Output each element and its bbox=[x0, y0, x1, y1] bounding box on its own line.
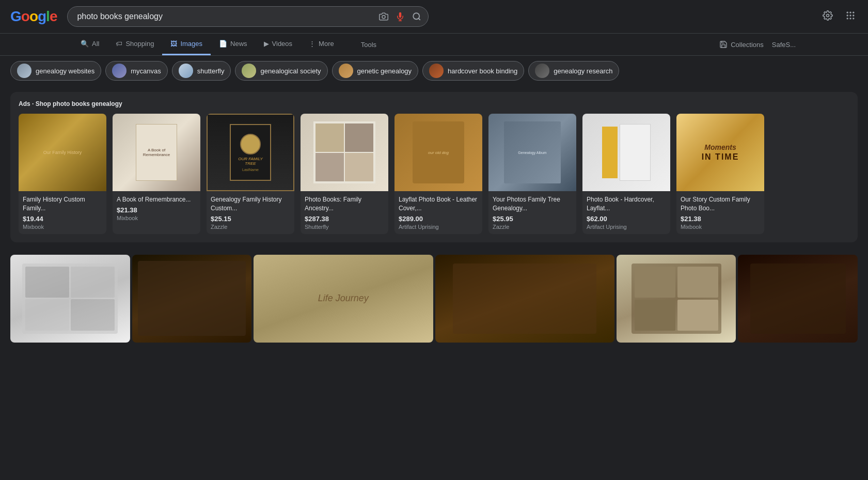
nav-tabs: 🔍 All 🏷 Shopping 🖼 Images 📄 News ▶ Video… bbox=[0, 34, 868, 56]
product-info-3: Genealogy Family History Custom... $25.1… bbox=[207, 191, 294, 234]
chip-genetic-genealogy[interactable]: genetic genealogy bbox=[332, 61, 419, 81]
tab-shopping[interactable]: 🏷 Shopping bbox=[107, 34, 162, 55]
products-grid: Our Family History Family History Custom… bbox=[19, 114, 849, 234]
product-card-2[interactable]: A Book of Remembrance A Book of Remembra… bbox=[113, 114, 200, 234]
product-info-8: Our Story Custom Family Photo Boo... $21… bbox=[676, 191, 764, 234]
safesearch-button[interactable]: SafeS... bbox=[772, 41, 796, 49]
header: Google bbox=[0, 0, 868, 34]
grid-image-1[interactable] bbox=[10, 255, 130, 343]
grid-image-6[interactable] bbox=[738, 255, 858, 343]
tools-button[interactable]: Tools bbox=[353, 35, 385, 55]
chip-thumbnail bbox=[242, 64, 256, 78]
tab-all[interactable]: 🔍 All bbox=[72, 34, 107, 55]
product-card-8[interactable]: Moments IN TIME Our Story Custom Family … bbox=[676, 114, 764, 234]
svg-point-0 bbox=[382, 16, 385, 19]
header-right bbox=[820, 8, 858, 25]
search-bar-wrapper bbox=[67, 6, 429, 27]
chip-thumbnail bbox=[429, 64, 444, 78]
grid-img-placeholder-4 bbox=[435, 255, 614, 343]
product-card-1[interactable]: Our Family History Family History Custom… bbox=[19, 114, 106, 234]
tab-news[interactable]: 📄 News bbox=[211, 34, 256, 55]
svg-point-9 bbox=[847, 14, 848, 16]
shopping-icon: 🏷 bbox=[116, 40, 122, 48]
svg-point-6 bbox=[847, 11, 848, 13]
chip-thumbnail bbox=[17, 64, 31, 78]
product-info-5: Layflat Photo Book - Leather Cover,... $… bbox=[394, 191, 482, 234]
grid-img-placeholder-5 bbox=[617, 255, 736, 343]
images-icon: 🖼 bbox=[170, 40, 177, 48]
grid-img-placeholder-2 bbox=[132, 255, 252, 343]
grid-image-2[interactable] bbox=[132, 255, 252, 343]
svg-point-8 bbox=[853, 11, 854, 13]
chip-genealogical-society[interactable]: genealogical society bbox=[235, 61, 327, 81]
chip-genealogy-research[interactable]: genealogy research bbox=[528, 61, 619, 81]
svg-point-12 bbox=[847, 18, 848, 19]
tab-videos[interactable]: ▶ Videos bbox=[256, 34, 301, 55]
grid-image-4[interactable] bbox=[435, 255, 614, 343]
ads-section: Ads · Shop photo books genealogy Our Fam… bbox=[10, 92, 858, 242]
videos-icon: ▶ bbox=[264, 40, 269, 48]
product-image-3: OUR FAMILYTREE LastName bbox=[207, 114, 294, 191]
chip-thumbnail bbox=[535, 64, 549, 78]
apps-icon[interactable] bbox=[843, 8, 858, 25]
product-image-7 bbox=[582, 114, 670, 191]
product-image-5: our old dog bbox=[394, 114, 482, 191]
more-icon: ⋮ bbox=[309, 40, 315, 48]
tab-images[interactable]: 🖼 Images bbox=[162, 34, 211, 55]
product-info-7: Photo Book - Hardcover, Layflat... $62.0… bbox=[582, 191, 670, 234]
svg-point-10 bbox=[849, 14, 851, 16]
svg-point-3 bbox=[414, 13, 420, 19]
product-card-5[interactable]: our old dog Layflat Photo Book - Leather… bbox=[394, 114, 482, 234]
chip-hardcover-book-binding[interactable]: hardcover book binding bbox=[422, 61, 524, 81]
search-bar bbox=[67, 6, 429, 27]
product-image-8: Moments IN TIME bbox=[676, 114, 764, 191]
product-card-4[interactable]: Photo Books: Family Ancestry... $287.38 … bbox=[301, 114, 388, 234]
news-icon: 📄 bbox=[219, 40, 227, 48]
all-icon: 🔍 bbox=[81, 40, 89, 48]
ads-title: Ads · Shop photo books genealogy bbox=[19, 100, 849, 107]
chip-mycanvas[interactable]: mycanvas bbox=[105, 61, 168, 81]
nav-right: Collections SafeS... bbox=[719, 40, 796, 49]
svg-point-11 bbox=[853, 14, 854, 16]
search-icons bbox=[378, 11, 422, 22]
product-card-3[interactable]: OUR FAMILYTREE LastName Genealogy Family… bbox=[207, 114, 294, 234]
grid-img-placeholder-6 bbox=[738, 255, 858, 343]
search-input[interactable] bbox=[77, 12, 402, 21]
search-submit-icon[interactable] bbox=[411, 11, 422, 22]
product-image-1: Our Family History bbox=[19, 114, 106, 191]
settings-icon[interactable] bbox=[820, 8, 835, 25]
svg-point-13 bbox=[849, 18, 851, 19]
product-info-6: Your Photos Family Tree Genealogy... $25… bbox=[488, 191, 576, 234]
product-image-4 bbox=[301, 114, 388, 191]
svg-point-14 bbox=[853, 18, 854, 19]
svg-line-4 bbox=[419, 18, 420, 20]
product-card-6[interactable]: Genealogy Album Your Photos Family Tree … bbox=[488, 114, 576, 234]
product-info-2: A Book of Remembrance... $21.38 Mixbook bbox=[113, 191, 200, 225]
collections-button[interactable]: Collections bbox=[719, 40, 764, 49]
product-image-6: Genealogy Album bbox=[488, 114, 576, 191]
chip-genealogy-websites[interactable]: genealogy websites bbox=[10, 61, 101, 81]
camera-icon[interactable] bbox=[378, 11, 389, 22]
product-card-7[interactable]: Photo Book - Hardcover, Layflat... $62.0… bbox=[582, 114, 670, 234]
product-image-2: A Book of Remembrance bbox=[113, 114, 200, 191]
image-grid: Life Journey bbox=[0, 249, 868, 349]
svg-point-5 bbox=[827, 14, 829, 17]
chip-shutterfly[interactable]: shutterfly bbox=[172, 61, 231, 81]
google-logo[interactable]: Google bbox=[10, 8, 57, 25]
svg-point-7 bbox=[849, 11, 851, 13]
chip-thumbnail bbox=[179, 64, 193, 78]
grid-img-placeholder-1 bbox=[10, 255, 130, 343]
microphone-icon[interactable] bbox=[394, 11, 406, 22]
product-info-1: Family History Custom Family... $19.44 M… bbox=[19, 191, 106, 234]
filter-chips: genealogy websites mycanvas shutterfly g… bbox=[0, 56, 868, 86]
grid-image-3[interactable]: Life Journey bbox=[254, 255, 433, 343]
chip-thumbnail bbox=[339, 64, 353, 78]
grid-image-5[interactable] bbox=[617, 255, 736, 343]
chip-thumbnail bbox=[112, 64, 127, 78]
grid-img-placeholder-3: Life Journey bbox=[254, 255, 433, 343]
product-info-4: Photo Books: Family Ancestry... $287.38 … bbox=[301, 191, 388, 234]
tab-more[interactable]: ⋮ More bbox=[301, 34, 342, 55]
